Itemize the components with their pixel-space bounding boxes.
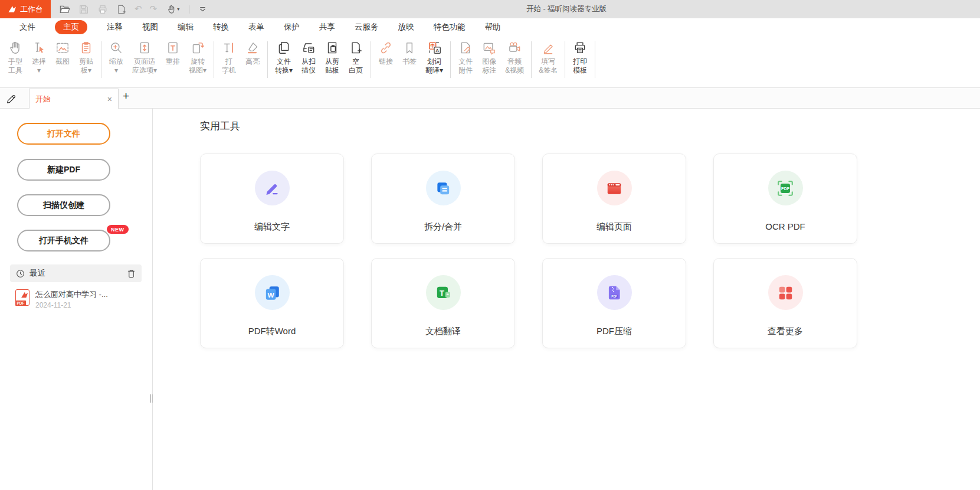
create-from-scanner-button[interactable]: 扫描仪创建	[17, 194, 110, 216]
new-tab-button[interactable]: +	[123, 90, 129, 103]
document-tab-bar: 开始 × +	[0, 88, 980, 109]
open-folder-icon[interactable]	[59, 4, 70, 15]
undo-icon[interactable]: ↶	[135, 4, 142, 15]
ribbon-item-print-template[interactable]: 打印模板	[568, 40, 592, 75]
ribbon-item-from-clipboard[interactable]: 从剪贴板	[320, 40, 344, 75]
from-scanner-icon	[301, 40, 316, 55]
menu-item-comment[interactable]: 注释	[107, 22, 123, 32]
hand-pointer-icon[interactable]: ▾	[165, 4, 181, 15]
translate-icon: 中 A	[427, 40, 442, 55]
ribbon-separator	[450, 41, 451, 78]
print-icon[interactable]	[97, 4, 108, 15]
ribbon-item-file-attachment[interactable]: 文件附件	[454, 40, 477, 75]
clock-icon	[16, 269, 25, 278]
ribbon-item-blank-page[interactable]: 空白页	[344, 40, 368, 75]
workspace-label: 工作台	[20, 4, 43, 15]
open-mobile-file-button[interactable]: 打开手机文件 NEW	[17, 230, 110, 251]
tool-card-pdf-to-word[interactable]: W PDF转Word	[200, 258, 344, 348]
ribbon-item-image-annotation[interactable]: 图像标注	[477, 40, 501, 75]
audio-video-icon	[507, 40, 522, 55]
pdf-compress-icon: PDF	[597, 275, 632, 310]
menu-item-slideshow[interactable]: 放映	[398, 22, 414, 32]
new-badge: NEW	[107, 225, 129, 234]
open-file-button[interactable]: 打开文件	[17, 123, 110, 145]
ribbon-item-zoom[interactable]: 缩放▾	[104, 40, 128, 75]
tool-card-pdf-compress[interactable]: PDF PDF压缩	[542, 258, 686, 348]
recent-file-item[interactable]: PDF 怎么面对高中学习 -... 2024-11-21	[15, 289, 142, 309]
menu-item-convert[interactable]: 转换	[213, 22, 229, 32]
print-template-icon	[572, 40, 588, 55]
ribbon-toolbar: 手型工具 选择▾ 截图 剪贴板▾ 缩放▾	[0, 35, 980, 88]
quick-access-toolbar: ↶ ↷ ▾	[59, 0, 208, 18]
recent-section-header[interactable]: 最近	[10, 264, 142, 282]
menu-item-cloud-services[interactable]: 云服务	[355, 22, 379, 32]
recent-title: 最近	[30, 268, 122, 279]
foxit-bird-icon	[20, 291, 28, 299]
ribbon-item-bookmark[interactable]: 书签	[398, 40, 421, 66]
svg-text:T: T	[440, 288, 444, 297]
ribbon-item-highlight[interactable]: 高亮	[241, 40, 264, 66]
trash-icon[interactable]	[127, 269, 136, 278]
ribbon-item-file-convert[interactable]: 文件转换▾	[271, 40, 297, 75]
ribbon-item-audio-video[interactable]: 音频&视频	[501, 40, 528, 75]
ribbon-item-fill-sign[interactable]: 填写&签名	[535, 40, 562, 75]
recent-file-name: 怎么面对高中学习 -...	[35, 289, 108, 300]
hand-tool-icon	[8, 40, 23, 55]
tool-card-edit-text[interactable]: 编辑文字	[200, 153, 344, 244]
ribbon-item-reflow[interactable]: 重排	[161, 40, 185, 66]
edit-pages-icon	[597, 171, 632, 205]
menu-item-view[interactable]: 视图	[142, 22, 158, 32]
menu-item-home[interactable]: 主页	[55, 20, 87, 34]
qat-separator	[189, 5, 189, 14]
svg-text:A: A	[435, 48, 439, 53]
menu-bar: 文件 主页 注释 视图 编辑 转换 表单 保护 共享 云服务 放映 特色功能 帮…	[0, 18, 980, 35]
menu-item-file[interactable]: 文件	[19, 22, 35, 32]
workspace-button[interactable]: 工作台	[0, 0, 51, 18]
recent-file-date: 2024-11-21	[35, 301, 108, 309]
ribbon-item-translate[interactable]: 中 A 划词翻译▾	[421, 40, 447, 75]
menu-item-form[interactable]: 表单	[248, 22, 264, 32]
menu-item-share[interactable]: 共享	[319, 22, 335, 32]
new-document-icon[interactable]	[116, 4, 127, 15]
tool-card-edit-pages[interactable]: 编辑页面	[542, 153, 686, 244]
ribbon-separator	[531, 41, 532, 78]
select-tool-icon	[31, 40, 47, 55]
ribbon-separator	[214, 41, 214, 78]
ribbon-item-page-fit[interactable]: 页面适应选项▾	[128, 40, 161, 75]
tool-card-split-merge[interactable]: 拆分/合并	[371, 153, 515, 244]
save-icon[interactable]	[78, 4, 89, 15]
tab-close-icon[interactable]: ×	[107, 94, 112, 104]
create-pdf-button[interactable]: 新建PDF	[17, 159, 110, 181]
tab-start[interactable]: 开始 ×	[29, 89, 119, 109]
home-sidebar: 打开文件 新建PDF 扫描仪创建 打开手机文件 NEW 最近 PDF 怎么面对高…	[0, 109, 153, 490]
menu-item-edit[interactable]: 编辑	[178, 22, 194, 32]
redo-icon[interactable]: ↷	[150, 4, 158, 15]
ribbon-item-link[interactable]: 链接	[374, 40, 398, 66]
menu-item-features[interactable]: 特色功能	[434, 22, 466, 32]
tool-card-view-more[interactable]: 查看更多	[713, 258, 857, 348]
ribbon-item-from-scanner[interactable]: 从扫描仪	[297, 40, 320, 75]
ribbon-item-hand-tool[interactable]: 手型工具	[4, 40, 27, 75]
tool-card-ocr-pdf[interactable]: PDF OCR PDF	[713, 153, 857, 244]
svg-text:PDF: PDF	[781, 187, 789, 191]
split-merge-icon	[426, 171, 461, 205]
svg-text:W: W	[268, 290, 275, 298]
file-convert-icon	[276, 40, 291, 55]
ribbon-separator	[101, 41, 101, 78]
ribbon-item-select[interactable]: 选择▾	[27, 40, 51, 75]
menu-item-protect[interactable]: 保护	[284, 22, 300, 32]
link-icon	[378, 40, 394, 55]
ribbon-separator	[565, 41, 565, 78]
pdf-file-icon: PDF	[15, 289, 30, 306]
menu-item-help[interactable]: 帮助	[485, 22, 501, 32]
ribbon-item-rotate-view[interactable]: 旋转视图▾	[185, 40, 211, 75]
title-bar: 工作台 ↶ ↷ ▾	[0, 0, 980, 18]
ribbon-item-typewriter[interactable]: 打字机	[217, 40, 241, 75]
ribbon-item-snapshot[interactable]: 截图	[51, 40, 74, 66]
tool-card-doc-translate[interactable]: T 文档翻译	[371, 258, 515, 348]
expand-toolbar-icon[interactable]	[197, 4, 208, 15]
tools-grid: 编辑文字 拆分/合并	[200, 153, 857, 348]
ribbon-item-clipboard[interactable]: 剪贴板▾	[74, 40, 98, 75]
quick-launch-pencil-icon[interactable]	[6, 92, 18, 104]
reflow-icon	[165, 40, 181, 55]
